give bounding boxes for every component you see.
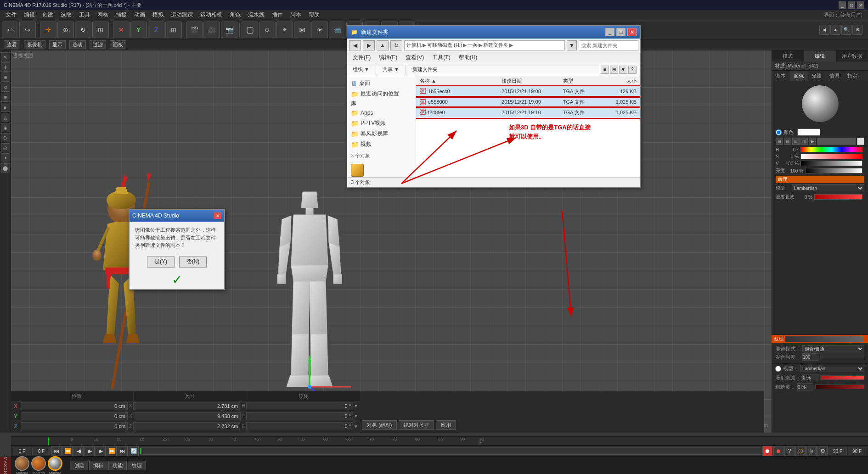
fe-view-list[interactable]: ≡ xyxy=(601,66,609,74)
pb-record2[interactable]: ⏺ xyxy=(773,446,783,456)
menu-help[interactable]: 帮助 xyxy=(305,10,323,20)
rpanel-tab-edit[interactable]: 编辑 xyxy=(804,50,836,61)
transform-x-pos[interactable] xyxy=(21,402,128,410)
model-select[interactable]: Lambertian xyxy=(792,184,864,192)
fe-file-row-2[interactable]: 🖼 e558000 2015/12/21 19:09 TGA 文件 1,025 … xyxy=(416,97,640,107)
fe-addr-dropdown[interactable]: ▼ xyxy=(567,40,577,50)
toolbar-scale[interactable]: ⊕ xyxy=(57,22,74,38)
fe-up-btn[interactable]: ▲ xyxy=(377,40,389,50)
diffuse-input-2[interactable] xyxy=(802,374,818,381)
menu-motioncam[interactable]: 运动相机 xyxy=(197,10,226,20)
diffuse-bar-2[interactable] xyxy=(820,375,864,380)
fe-back-btn[interactable]: ◀ xyxy=(349,40,361,50)
sub-panel[interactable]: 面板 xyxy=(110,40,126,49)
pb-auto-key[interactable]: ? xyxy=(784,446,795,456)
window-controls[interactable]: _ □ ✕ xyxy=(839,1,864,9)
mat-tab-mood[interactable]: 情调 xyxy=(826,71,844,81)
pb-loop[interactable]: 🔄 xyxy=(129,446,139,456)
pb-next-frame[interactable]: ▶ xyxy=(96,446,106,456)
toolbar-light[interactable]: ☀ xyxy=(311,22,328,38)
toolbar-right-2[interactable]: ▲ xyxy=(830,25,840,35)
rpanel-tab-mode[interactable]: 模式 xyxy=(772,50,804,61)
menu-select[interactable]: 选取 xyxy=(57,10,75,20)
toolbar-xyz-y[interactable]: Y xyxy=(130,22,147,38)
fe-sidebar-apps[interactable]: 📁 Apps xyxy=(347,108,416,118)
sub-camera[interactable]: 摄像机 xyxy=(24,40,45,49)
pb-settings[interactable]: ⚙ xyxy=(817,446,828,456)
fe-close-btn[interactable]: ✕ xyxy=(627,28,637,36)
fe-menu-edit[interactable]: 编辑(E) xyxy=(375,53,401,62)
color-tool-1[interactable]: ⊞ xyxy=(776,138,783,145)
sidebar-s2[interactable]: ≡ xyxy=(1,103,10,112)
sub-view[interactable]: 查看 xyxy=(4,40,20,49)
pb-goto-end[interactable]: ⏭ xyxy=(118,446,128,456)
pb-record[interactable]: ⏺ xyxy=(762,446,772,456)
pb-prev-key[interactable]: ⏪ xyxy=(62,446,73,456)
sidebar-s8[interactable]: ⬤ xyxy=(1,163,10,173)
sidebar-s6[interactable]: ◎ xyxy=(1,143,10,152)
mat-thumb-3[interactable]: Materia xyxy=(48,456,62,474)
fe-minimize-btn[interactable]: _ xyxy=(605,28,614,36)
diffuse-slider[interactable] xyxy=(814,194,862,200)
mat-thumb-2[interactable]: Materia xyxy=(31,456,46,474)
hue-slider[interactable] xyxy=(800,147,862,152)
sidebar-s5[interactable]: ⬡ xyxy=(1,133,10,142)
close-button[interactable]: ✕ xyxy=(857,1,864,9)
color-tool-4[interactable]: ◫ xyxy=(800,138,808,145)
fe-help-btn[interactable]: ? xyxy=(628,66,637,74)
fe-file-row-3[interactable]: 🖼 f248fe0 2015/12/21 19:10 TGA 文件 1,025 … xyxy=(416,107,640,118)
pb-goto-start[interactable]: ⏮ xyxy=(51,446,62,456)
mat-tab-basic[interactable]: 基本 xyxy=(772,71,790,81)
color-tool-3[interactable]: ⊡ xyxy=(792,138,800,145)
fe-window-controls[interactable]: _ □ ✕ xyxy=(605,28,637,36)
fe-col-header-size[interactable]: 大小 xyxy=(604,78,637,84)
toolbar-render2[interactable]: 🎥 xyxy=(203,22,220,38)
menu-plugin[interactable]: 插件 xyxy=(268,10,287,20)
maximize-button[interactable]: □ xyxy=(848,1,855,9)
menu-pipeline[interactable]: 流水线 xyxy=(244,10,268,20)
transform-y-rot[interactable] xyxy=(246,412,353,420)
current-frame-input[interactable] xyxy=(32,447,51,455)
menu-motiontrack[interactable]: 运动跟踪 xyxy=(167,10,197,20)
toolbar-cam[interactable]: 📹 xyxy=(329,22,345,38)
fe-new-folder-btn[interactable]: 新建文件夹 xyxy=(409,65,441,74)
toolbar-sphere[interactable]: ○ xyxy=(259,22,276,38)
menu-character[interactable]: 角色 xyxy=(226,10,244,20)
toolbar-xyz-z[interactable]: Z xyxy=(148,22,164,38)
bottom-tab-texture[interactable]: 纹理 xyxy=(128,461,146,470)
end-frame-input[interactable] xyxy=(829,447,847,455)
sidebar-s4[interactable]: ◈ xyxy=(1,123,10,132)
pb-play[interactable]: ▶ xyxy=(85,446,95,456)
sidebar-s3[interactable]: △ xyxy=(1,113,10,122)
dialog-yes-button[interactable]: 是(Y) xyxy=(147,257,175,268)
menu-edit[interactable]: 编辑 xyxy=(20,10,39,20)
fe-view-details[interactable]: ▼ xyxy=(619,66,627,74)
model-select-2[interactable]: Lambertian xyxy=(800,365,864,372)
val-slider[interactable] xyxy=(800,161,862,166)
toolbar-render[interactable]: 🎬 xyxy=(186,22,203,38)
toolbar-cube[interactable]: ▢ xyxy=(242,22,258,38)
start-frame-input[interactable] xyxy=(13,447,31,455)
toolbar-gear[interactable]: ⚙ xyxy=(852,25,862,35)
pb-motion[interactable]: ≋ xyxy=(806,446,817,456)
toolbar-nurbs[interactable]: ⌖ xyxy=(276,22,293,38)
menu-script[interactable]: 脚本 xyxy=(287,10,305,20)
color-white-box[interactable] xyxy=(857,138,864,145)
fe-maximize-btn[interactable]: □ xyxy=(616,28,626,36)
fe-menu-help[interactable]: 帮助(H) xyxy=(455,53,481,62)
color-swatch-white[interactable] xyxy=(797,128,820,136)
toolbar-move[interactable]: ✛ xyxy=(40,22,56,38)
transform-z-size[interactable] xyxy=(133,422,240,430)
mat-tab-assign[interactable]: 指定 xyxy=(844,71,862,81)
menu-mesh[interactable]: 网格 xyxy=(94,10,112,20)
color-radio[interactable] xyxy=(776,129,782,135)
sub-options[interactable]: 选项 xyxy=(69,40,86,49)
dialog-no-button[interactable]: 否(N) xyxy=(179,257,207,268)
sub-display[interactable]: 显示 xyxy=(49,40,66,49)
sat-slider[interactable] xyxy=(800,154,862,159)
fe-col-header-name[interactable]: 名称 ▲ xyxy=(420,78,502,84)
transform-y-pos[interactable] xyxy=(21,412,128,420)
toolbar-xyz-x[interactable]: ✕ xyxy=(113,22,130,38)
rpanel-tab-user[interactable]: 用户数据 xyxy=(836,50,868,61)
mat-thumb-1[interactable]: Materia xyxy=(15,456,29,474)
